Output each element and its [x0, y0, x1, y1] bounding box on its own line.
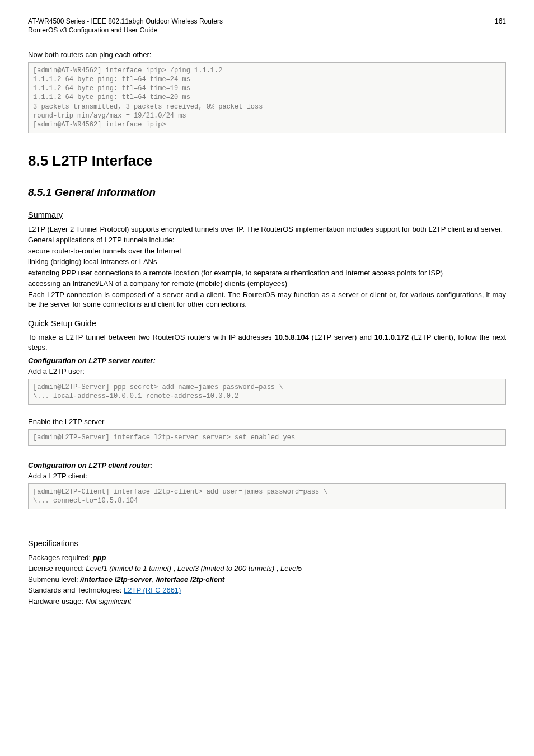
sub-b: /interface l2tp-client: [156, 575, 224, 584]
specifications-heading: Specifications: [28, 538, 506, 550]
page-header: AT-WR4500 Series - IEEE 802.11abgh Outdo…: [28, 17, 506, 35]
hw-label: Hardware usage:: [28, 597, 86, 605]
lic-b: Level3 (limited to 200 tunnels): [177, 564, 274, 572]
header-rule: [28, 37, 506, 37]
header-line-1: AT-WR4500 Series - IEEE 802.11abgh Outdo…: [28, 17, 223, 26]
add-user-line: Add a L2TP user:: [28, 367, 506, 377]
code-block-ping: [admin@AT-WR4562] interface ipip> /ping …: [28, 62, 506, 133]
page-number: 161: [495, 17, 506, 35]
spec-packages: Packages required: ppp: [28, 553, 506, 563]
hw-value: Not significant: [86, 597, 132, 605]
sub-a: /interface l2tp-server: [80, 575, 152, 584]
header-title: AT-WR4500 Series - IEEE 802.11abgh Outdo…: [28, 17, 223, 35]
code-block-enable-server: [admin@L2TP-Server] interface l2tp-serve…: [28, 429, 506, 446]
quick-setup-heading: Quick Setup Guide: [28, 318, 506, 330]
lic-a: Level1 (limited to 1 tunnel): [86, 564, 171, 572]
summary-p4: linking (bridging) local Intranets or LA…: [28, 257, 506, 267]
code-block-add-client: [admin@L2TP-Client] interface l2tp-clien…: [28, 483, 506, 509]
spec-submenu: Submenu level: /interface l2tp-server, /…: [28, 575, 506, 585]
spec-standards: Standards and Technologies: L2TP (RFC 26…: [28, 585, 506, 595]
pkg-label: Packages required:: [28, 553, 93, 562]
summary-heading: Summary: [28, 210, 506, 221]
rfc-link[interactable]: L2TP (RFC 2661): [124, 586, 181, 594]
summary-p7: Each L2TP connection is composed of a se…: [28, 290, 506, 309]
section-heading-l2tp: 8.5 L2TP Interface: [28, 151, 506, 171]
summary-p6: accessing an Intranet/LAN of a company f…: [28, 279, 506, 289]
intro-line: Now both routers can ping each other:: [28, 50, 506, 60]
summary-p1: L2TP (Layer 2 Tunnel Protocol) supports …: [28, 224, 506, 234]
summary-p5: extending PPP user connections to a remo…: [28, 268, 506, 278]
client-config-heading: Configuration on L2TP client router:: [28, 461, 506, 471]
summary-p2: General applications of L2TP tunnels inc…: [28, 235, 506, 245]
quick-intro-pre: To make a L2TP tunnel between two Router…: [28, 333, 274, 341]
pkg-value: ppp: [93, 553, 106, 562]
summary-body: L2TP (Layer 2 Tunnel Protocol) supports …: [28, 224, 506, 309]
server-config-heading: Configuration on L2TP server router:: [28, 356, 506, 366]
lic-label: License required:: [28, 564, 86, 572]
ip-client: 10.1.0.172: [374, 333, 409, 341]
subsection-heading-general: 8.5.1 General Information: [28, 185, 506, 200]
ip-server: 10.5.8.104: [274, 333, 308, 341]
header-line-2: RouterOS v3 Configuration and User Guide: [28, 26, 223, 35]
code-block-add-user: [admin@L2TP-Server] ppp secret> add name…: [28, 379, 506, 405]
summary-p3: secure router-to-router tunnels over the…: [28, 246, 506, 256]
quick-intro-mid1: (L2TP server) and: [309, 333, 374, 341]
enable-server-line: Enable the L2TP server: [28, 417, 506, 427]
spec-license: License required: Level1 (limited to 1 t…: [28, 564, 506, 574]
quick-intro: To make a L2TP tunnel between two Router…: [28, 332, 506, 352]
lic-c: Level5: [280, 564, 302, 572]
sub-label: Submenu level:: [28, 575, 80, 584]
std-label: Standards and Technologies:: [28, 586, 124, 594]
add-client-line: Add a L2TP client:: [28, 471, 506, 481]
spec-hardware: Hardware usage: Not significant: [28, 597, 506, 607]
